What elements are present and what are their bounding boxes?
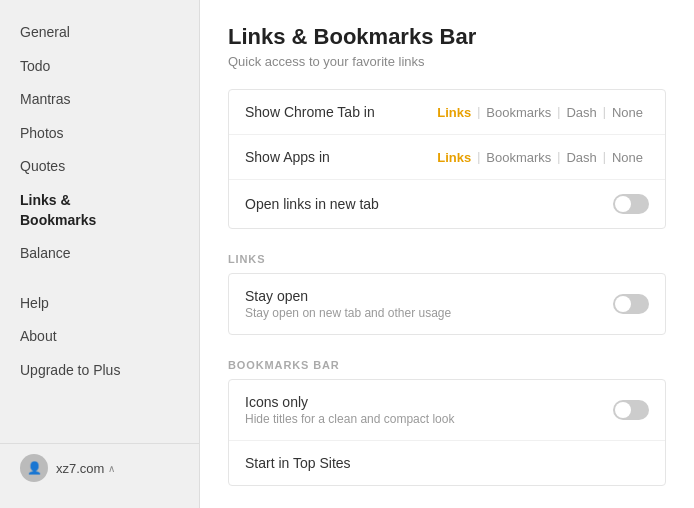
stay-open-label: Stay open <box>245 288 451 304</box>
open-new-tab-toggle[interactable] <box>613 194 649 214</box>
open-new-tab-row: Open links in new tab <box>229 180 665 228</box>
links-settings-block: Stay open Stay open on new tab and other… <box>228 273 666 335</box>
tab-opt-none-apps[interactable]: None <box>606 150 649 165</box>
open-new-tab-label: Open links in new tab <box>245 196 379 212</box>
icons-only-toggle[interactable] <box>613 400 649 420</box>
stay-open-text: Stay open Stay open on new tab and other… <box>245 288 451 320</box>
links-section-heading: LINKS <box>228 253 666 273</box>
sidebar-item-todo[interactable]: Todo <box>0 50 199 84</box>
sidebar-item-general[interactable]: General <box>0 16 199 50</box>
icons-only-desc: Hide titles for a clean and compact look <box>245 412 454 426</box>
show-apps-row: Show Apps in Links | Bookmarks | Dash | … <box>229 135 665 180</box>
bookmarks-section-heading: BOOKMARKS BAR <box>228 359 666 379</box>
avatar-icon: 👤 <box>27 461 42 475</box>
show-apps-label: Show Apps in <box>245 149 330 165</box>
tab-opt-none-chrome[interactable]: None <box>606 105 649 120</box>
sidebar-item-help[interactable]: Help <box>0 287 199 321</box>
sidebar-item-balance[interactable]: Balance <box>0 237 199 271</box>
start-top-sites-label: Start in Top Sites <box>245 455 351 471</box>
sidebar-item-about[interactable]: About <box>0 320 199 354</box>
footer-username: xz7.com ∧ <box>56 461 115 476</box>
tab-opt-dash-chrome[interactable]: Dash <box>560 105 602 120</box>
chevron-up-icon: ∧ <box>108 463 115 474</box>
show-chrome-tab-options: Links | Bookmarks | Dash | None <box>431 105 649 120</box>
sidebar-item-photos[interactable]: Photos <box>0 117 199 151</box>
sidebar-footer[interactable]: 👤 xz7.com ∧ <box>0 443 199 492</box>
start-top-sites-row: Start in Top Sites <box>229 441 665 485</box>
sidebar: General Todo Mantras Photos Quotes Links… <box>0 0 200 508</box>
page-subtitle: Quick access to your favorite links <box>228 54 666 69</box>
tab-opt-links-chrome[interactable]: Links <box>431 105 477 120</box>
stay-open-row: Stay open Stay open on new tab and other… <box>229 274 665 334</box>
sidebar-item-links-bookmarks[interactable]: Links &Bookmarks <box>0 184 199 237</box>
avatar: 👤 <box>20 454 48 482</box>
sidebar-item-quotes[interactable]: Quotes <box>0 150 199 184</box>
bookmarks-section: BOOKMARKS BAR Icons only Hide titles for… <box>228 359 666 486</box>
top-settings-block: Show Chrome Tab in Links | Bookmarks | D… <box>228 89 666 229</box>
links-section: LINKS Stay open Stay open on new tab and… <box>228 253 666 335</box>
tab-opt-links-apps[interactable]: Links <box>431 150 477 165</box>
sidebar-item-upgrade[interactable]: Upgrade to Plus <box>0 354 199 388</box>
show-chrome-tab-row: Show Chrome Tab in Links | Bookmarks | D… <box>229 90 665 135</box>
show-apps-options: Links | Bookmarks | Dash | None <box>431 150 649 165</box>
bookmarks-settings-block: Icons only Hide titles for a clean and c… <box>228 379 666 486</box>
tab-opt-bookmarks-chrome[interactable]: Bookmarks <box>480 105 557 120</box>
sidebar-nav: General Todo Mantras Photos Quotes Links… <box>0 16 199 443</box>
icons-only-label: Icons only <box>245 394 454 410</box>
stay-open-desc: Stay open on new tab and other usage <box>245 306 451 320</box>
page-title: Links & Bookmarks Bar <box>228 24 666 50</box>
stay-open-toggle[interactable] <box>613 294 649 314</box>
icons-only-text: Icons only Hide titles for a clean and c… <box>245 394 454 426</box>
show-chrome-tab-label: Show Chrome Tab in <box>245 104 375 120</box>
tab-opt-dash-apps[interactable]: Dash <box>560 150 602 165</box>
icons-only-row: Icons only Hide titles for a clean and c… <box>229 380 665 441</box>
main-content: Links & Bookmarks Bar Quick access to yo… <box>200 0 694 508</box>
sidebar-item-mantras[interactable]: Mantras <box>0 83 199 117</box>
tab-opt-bookmarks-apps[interactable]: Bookmarks <box>480 150 557 165</box>
